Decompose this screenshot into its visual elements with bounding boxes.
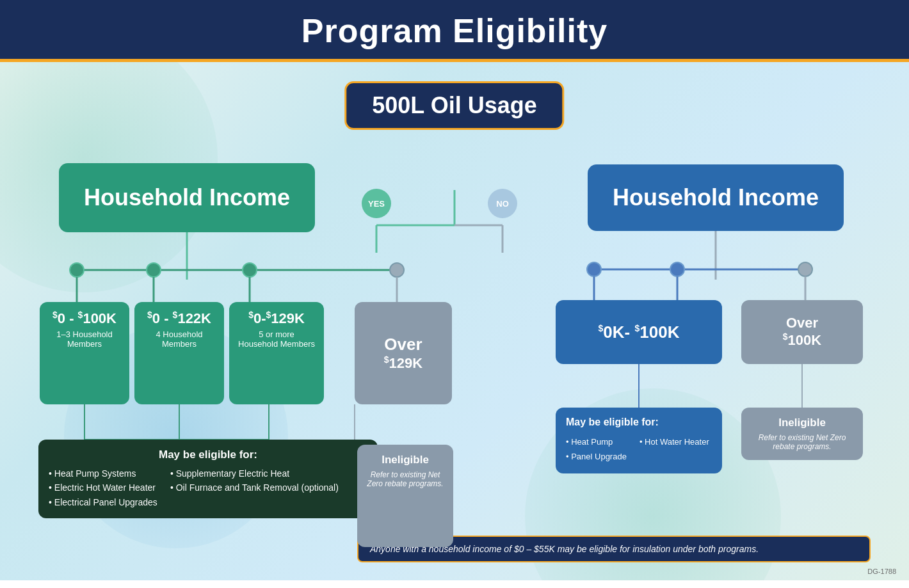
right-eligible-items: • Heat Pump • Panel Upgrade • Hot Water …	[566, 434, 712, 465]
right-ineligible-text: Refer to existing Net Zero rebate progra…	[750, 433, 854, 451]
right-eligible-title: May be eligible for:	[566, 417, 712, 428]
right-income-tier-2: Over $100K	[741, 300, 863, 364]
svg-point-29	[798, 262, 812, 276]
right-eligible-col1: • Heat Pump • Panel Upgrade	[566, 434, 627, 465]
eligible-cols: • Heat Pump Systems • Electric Hot Water…	[49, 466, 367, 509]
income-tier-2: $0 - $122K 4 Household Members	[134, 302, 224, 404]
right-v-connector	[556, 364, 722, 412]
svg-point-12	[70, 263, 84, 277]
right-income-tier-1: $0K- $100K	[556, 300, 722, 364]
oil-usage-label: 500L Oil Usage	[372, 92, 536, 118]
left-eligible-box: May be eligible for: • Heat Pump Systems…	[38, 440, 378, 518]
household-income-right: Household Income	[588, 164, 844, 231]
left-ineligible-box: Ineligible Refer to existing Net Zero re…	[357, 445, 453, 547]
income-tier-1: $0 - $100K 1–3 Household Members	[40, 302, 129, 404]
main-content: 500L Oil Usage YES NO Household Income H…	[0, 62, 909, 580]
right-eligible-col2: • Hot Water Heater	[640, 434, 709, 465]
svg-point-14	[243, 263, 257, 277]
svg-point-15	[390, 263, 404, 277]
right-eligible-box: May be eligible for: • Heat Pump • Panel…	[556, 408, 722, 473]
yes-circle: YES	[362, 189, 391, 218]
right-ineligible-box: Ineligible Refer to existing Net Zero re…	[741, 408, 863, 460]
svg-point-13	[147, 263, 161, 277]
page-title: Program Eligibility	[0, 12, 909, 50]
right-ineligible-title: Ineligible	[750, 417, 854, 429]
no-circle: NO	[488, 189, 517, 218]
right-over-v-connector	[741, 364, 863, 412]
household-income-left: Household Income	[59, 163, 315, 232]
income-tier-over: Over $129K	[355, 302, 452, 404]
doc-ref: DG-1788	[867, 568, 896, 575]
income-tier-3: $0-$129K 5 or more Household Members	[229, 302, 324, 404]
oil-usage-box: 500L Oil Usage	[344, 81, 564, 130]
page-header: Program Eligibility	[0, 0, 909, 59]
svg-point-27	[587, 262, 601, 276]
eligible-col-2: • Supplementary Electric Heat • Oil Furn…	[170, 466, 339, 509]
eligible-col-1: • Heat Pump Systems • Electric Hot Water…	[49, 466, 157, 509]
svg-point-28	[670, 262, 684, 276]
